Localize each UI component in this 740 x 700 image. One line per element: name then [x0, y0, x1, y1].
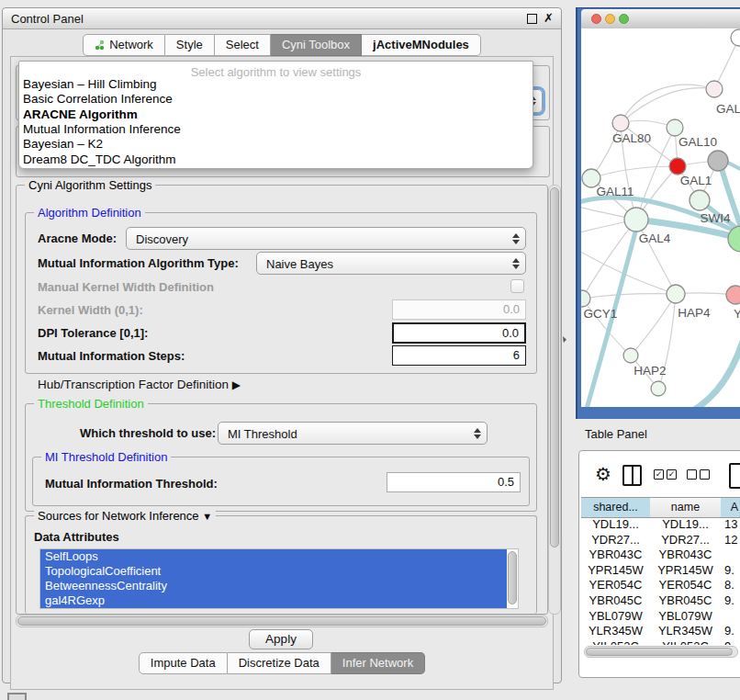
settings-hscrollbar-thumb[interactable]: [17, 616, 546, 626]
network-edge[interactable]: [669, 330, 740, 407]
node-gray[interactable]: [708, 151, 728, 171]
attribute-item-gal4rgexp[interactable]: gal4RGexp: [40, 593, 507, 608]
table-row[interactable]: YIL052CYIL052C9: [581, 639, 740, 645]
algorithm-option-dream8-dc-tdc-algorithm[interactable]: Dream8 DC_TDC Algorithm: [23, 152, 529, 167]
data-attributes-label: Data Attributes: [34, 530, 119, 544]
table-cell: 9: [721, 639, 740, 645]
close-traffic-light[interactable]: [591, 14, 601, 24]
close-icon[interactable]: ✗: [544, 11, 554, 25]
algorithm-option-mutual-information-inference[interactable]: Mutual Information Inference: [23, 122, 529, 137]
algorithm-definition-title: Algorithm Definition: [34, 206, 145, 220]
node-partial-top[interactable]: [731, 29, 740, 46]
zoom-traffic-light[interactable]: [619, 14, 629, 24]
kernel-width-label: Kernel Width (0,1):: [38, 303, 143, 317]
manual-kernel-width-checkbox[interactable]: [510, 279, 524, 293]
document-icon[interactable]: [729, 463, 740, 489]
attributes-scrollbar[interactable]: [508, 551, 517, 604]
node-gcy1[interactable]: [581, 290, 590, 307]
which-threshold-combo[interactable]: MI Threshold: [218, 422, 488, 445]
tab-select[interactable]: Select: [215, 34, 271, 56]
unchecked-column-icon[interactable]: [700, 469, 710, 480]
settings-vscrollbar-thumb[interactable]: [550, 187, 559, 548]
sources-title[interactable]: Sources for Network Inference ▼: [34, 509, 216, 523]
attribute-item-topologicalcoefficient[interactable]: TopologicalCoefficient: [40, 564, 507, 579]
table-row[interactable]: YDR27...YDR27...12: [581, 533, 740, 548]
node-gal-partial[interactable]: [706, 81, 723, 97]
algorithm-option-aracne-algorithm[interactable]: ARACNE Algorithm: [23, 107, 529, 122]
table-cell: 9.: [721, 624, 740, 639]
network-edge[interactable]: [621, 88, 714, 123]
node-gal4[interactable]: [624, 208, 648, 231]
algorithm-dropdown-popup: Select algorithm to view settings Bayesi…: [18, 61, 533, 169]
network-edge[interactable]: [591, 166, 678, 178]
table-cell: YER054C: [581, 578, 650, 593]
tab-cyni-toolbox[interactable]: Cyni Toolbox: [271, 34, 362, 56]
table-hscrollbar-track[interactable]: [584, 646, 738, 658]
network-window-titlebar[interactable]: [581, 9, 740, 29]
gear-icon[interactable]: ⚙: [595, 465, 611, 483]
attribute-item-betweennesscentrality[interactable]: BetweennessCentrality: [40, 579, 507, 593]
minimize-traffic-light[interactable]: [605, 14, 615, 24]
table-cell: YBR045C: [650, 593, 721, 609]
dpi-tolerance-field[interactable]: 0.0: [392, 322, 526, 344]
node-gal80[interactable]: [612, 115, 629, 131]
tab-discretize-data[interactable]: Discretize Data: [228, 652, 331, 674]
network-edge[interactable]: [582, 294, 676, 299]
tab-impute-data[interactable]: Impute Data: [139, 652, 228, 674]
tab-style[interactable]: Style: [165, 34, 215, 56]
table-cell: 8.: [721, 578, 740, 593]
table-row[interactable]: YBL079WYBL079W: [581, 609, 740, 625]
node-gal10[interactable]: [667, 119, 683, 136]
table-row[interactable]: YBR043CYBR043C: [581, 548, 740, 563]
column-header-shared[interactable]: shared...: [581, 497, 651, 518]
column-header-a[interactable]: A: [721, 497, 740, 518]
node-hap2[interactable]: [623, 348, 638, 363]
table-row[interactable]: YBR045CYBR045C9.: [581, 593, 740, 609]
network-canvas[interactable]: GALGAL80GAL10GAL1GAL11SWI4GAL4GCY1HAP4YH…: [581, 28, 740, 407]
checked-column-icon[interactable]: ✓: [667, 469, 677, 480]
float-window-icon[interactable]: [527, 14, 537, 24]
node-hap4[interactable]: [667, 285, 685, 303]
kernel-width-field[interactable]: 0.0: [392, 299, 526, 320]
attribute-item-selfloops[interactable]: SelfLoops: [40, 549, 507, 564]
node-table: shared...nameA YDL19...YDL19...13YDR27..…: [581, 497, 740, 647]
node-swi4-label: SWI4: [700, 211, 730, 225]
unchecked-column-icon[interactable]: [687, 469, 697, 480]
node-gal80-label: GAL80: [612, 131, 651, 145]
algorithm-option-basic-correlation-inference[interactable]: Basic Correlation Inference: [23, 92, 529, 107]
tab-infer-network[interactable]: Infer Network: [331, 652, 425, 674]
manual-kernel-width-label: Manual Kernel Width Definition: [38, 280, 214, 294]
mi-threshold-field[interactable]: 0.5: [387, 472, 521, 492]
split-columns-icon[interactable]: [622, 465, 642, 486]
algorithm-option-bayesian-k2[interactable]: Bayesian – K2: [23, 137, 529, 152]
tab-jactivemnodules[interactable]: jActiveMNodules: [362, 34, 481, 56]
algorithm-option-bayesian-hill-climbing[interactable]: Bayesian – Hill Climbing: [23, 77, 529, 92]
settings-vscrollbar-track[interactable]: [548, 185, 561, 615]
aracne-mode-value: Discovery: [136, 231, 188, 245]
node-pink[interactable]: [726, 286, 740, 304]
data-attributes-list: SelfLoopsTopologicalCoefficientBetweenne…: [39, 548, 519, 609]
column-header-name[interactable]: name: [650, 497, 722, 518]
minimized-panel-icon[interactable]: [7, 693, 27, 700]
node-red[interactable]: [669, 158, 686, 175]
table-row[interactable]: YPR145WYPR145W9.: [581, 563, 740, 579]
node-hap4-label: HAP4: [678, 306, 711, 320]
network-edge[interactable]: [621, 85, 714, 123]
table-hscrollbar-thumb[interactable]: [586, 648, 733, 656]
aracne-mode-combo[interactable]: Discovery: [126, 227, 526, 250]
hub-definition-toggle[interactable]: Hub/Transcription Factor Definition ▶: [38, 378, 241, 391]
checked-column-icon[interactable]: ✓: [654, 469, 664, 480]
mi-algorithm-type-combo[interactable]: Naive Bayes: [256, 252, 526, 275]
table-row[interactable]: YLR345WYLR345W9.: [581, 624, 740, 639]
tab-network[interactable]: Network: [83, 34, 165, 56]
table-row[interactable]: YER054CYER054C8.: [581, 578, 740, 593]
node-gal1[interactable]: [690, 190, 710, 210]
node-partial-bottom[interactable]: [651, 381, 666, 396]
mi-steps-field[interactable]: 6: [392, 345, 526, 366]
table-cell: 9.: [721, 563, 740, 579]
table-panel-title: Table Panel: [585, 427, 647, 441]
settings-hscrollbar-track[interactable]: [16, 615, 548, 627]
table-row[interactable]: YDL19...YDL19...13: [581, 517, 740, 533]
control-panel-header[interactable]: Control Panel ✗: [3, 8, 561, 29]
apply-button[interactable]: Apply: [249, 629, 313, 649]
